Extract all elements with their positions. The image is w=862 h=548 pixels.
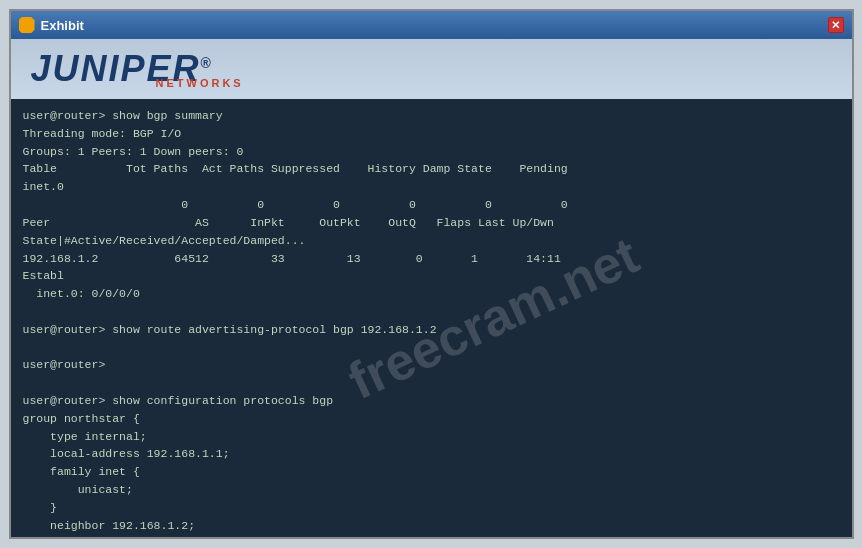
- title-bar-left: Exhibit: [19, 17, 84, 33]
- title-bar: Exhibit ✕: [11, 11, 852, 39]
- app-icon: [19, 17, 35, 33]
- terminal-area: freecram.net user@router> show bgp summa…: [11, 99, 852, 537]
- registered-mark: ®: [201, 55, 213, 71]
- main-window: Exhibit ✕ JUNIPEr® NETWORKS freecram.net…: [9, 9, 854, 539]
- logo-bar: JUNIPEr® NETWORKS: [11, 39, 852, 99]
- window-title: Exhibit: [41, 18, 84, 33]
- close-button[interactable]: ✕: [828, 17, 844, 33]
- terminal-output: user@router> show bgp summary Threading …: [23, 107, 840, 537]
- networks-label: NETWORKS: [156, 77, 244, 89]
